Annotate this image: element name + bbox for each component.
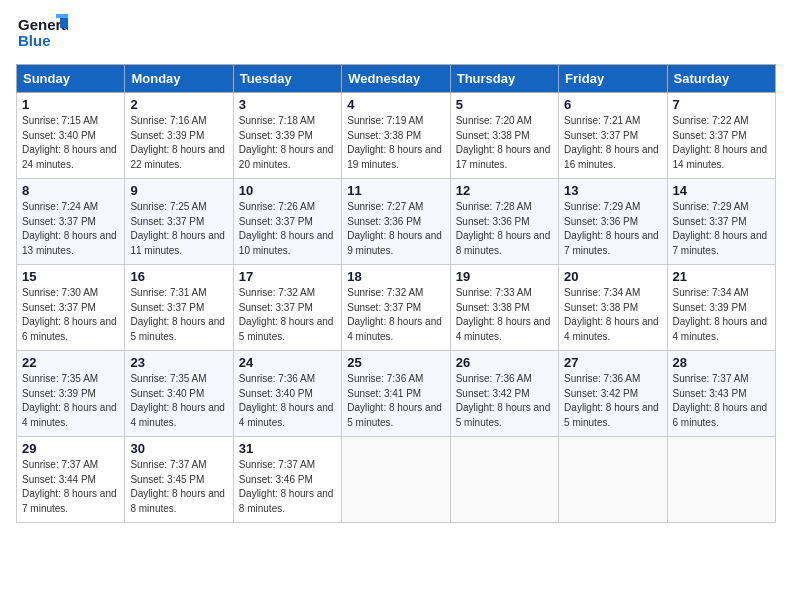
weekday-header-monday: Monday: [125, 65, 233, 93]
calendar-cell: 9Sunrise: 7:25 AMSunset: 3:37 PMDaylight…: [125, 179, 233, 265]
day-info: Sunrise: 7:36 AMSunset: 3:40 PMDaylight:…: [239, 372, 336, 430]
day-info: Sunrise: 7:15 AMSunset: 3:40 PMDaylight:…: [22, 114, 119, 172]
day-number: 28: [673, 355, 770, 370]
calendar-cell: [342, 437, 450, 523]
calendar-cell: 17Sunrise: 7:32 AMSunset: 3:37 PMDayligh…: [233, 265, 341, 351]
calendar-cell: 19Sunrise: 7:33 AMSunset: 3:38 PMDayligh…: [450, 265, 558, 351]
calendar-cell: 14Sunrise: 7:29 AMSunset: 3:37 PMDayligh…: [667, 179, 775, 265]
header: General Blue: [16, 10, 776, 56]
day-info: Sunrise: 7:36 AMSunset: 3:42 PMDaylight:…: [456, 372, 553, 430]
day-number: 3: [239, 97, 336, 112]
day-number: 17: [239, 269, 336, 284]
calendar-table: SundayMondayTuesdayWednesdayThursdayFrid…: [16, 64, 776, 523]
day-info: Sunrise: 7:28 AMSunset: 3:36 PMDaylight:…: [456, 200, 553, 258]
day-info: Sunrise: 7:19 AMSunset: 3:38 PMDaylight:…: [347, 114, 444, 172]
weekday-header-thursday: Thursday: [450, 65, 558, 93]
calendar-cell: 26Sunrise: 7:36 AMSunset: 3:42 PMDayligh…: [450, 351, 558, 437]
day-number: 27: [564, 355, 661, 370]
day-number: 22: [22, 355, 119, 370]
calendar-cell: 28Sunrise: 7:37 AMSunset: 3:43 PMDayligh…: [667, 351, 775, 437]
svg-text:Blue: Blue: [18, 32, 51, 49]
week-row-1: 1Sunrise: 7:15 AMSunset: 3:40 PMDaylight…: [17, 93, 776, 179]
calendar-cell: 2Sunrise: 7:16 AMSunset: 3:39 PMDaylight…: [125, 93, 233, 179]
svg-marker-2: [60, 18, 68, 28]
calendar-cell: 6Sunrise: 7:21 AMSunset: 3:37 PMDaylight…: [559, 93, 667, 179]
day-number: 31: [239, 441, 336, 456]
day-info: Sunrise: 7:35 AMSunset: 3:40 PMDaylight:…: [130, 372, 227, 430]
day-info: Sunrise: 7:29 AMSunset: 3:37 PMDaylight:…: [673, 200, 770, 258]
calendar-cell: 22Sunrise: 7:35 AMSunset: 3:39 PMDayligh…: [17, 351, 125, 437]
day-info: Sunrise: 7:37 AMSunset: 3:43 PMDaylight:…: [673, 372, 770, 430]
day-number: 20: [564, 269, 661, 284]
day-number: 8: [22, 183, 119, 198]
day-number: 10: [239, 183, 336, 198]
calendar-cell: 31Sunrise: 7:37 AMSunset: 3:46 PMDayligh…: [233, 437, 341, 523]
day-number: 7: [673, 97, 770, 112]
calendar-cell: 4Sunrise: 7:19 AMSunset: 3:38 PMDaylight…: [342, 93, 450, 179]
svg-marker-3: [56, 14, 68, 18]
week-row-4: 22Sunrise: 7:35 AMSunset: 3:39 PMDayligh…: [17, 351, 776, 437]
day-info: Sunrise: 7:31 AMSunset: 3:37 PMDaylight:…: [130, 286, 227, 344]
calendar-cell: 3Sunrise: 7:18 AMSunset: 3:39 PMDaylight…: [233, 93, 341, 179]
day-info: Sunrise: 7:24 AMSunset: 3:37 PMDaylight:…: [22, 200, 119, 258]
day-number: 9: [130, 183, 227, 198]
day-info: Sunrise: 7:36 AMSunset: 3:42 PMDaylight:…: [564, 372, 661, 430]
logo-svg: General Blue: [16, 10, 68, 52]
calendar-cell: 11Sunrise: 7:27 AMSunset: 3:36 PMDayligh…: [342, 179, 450, 265]
calendar-cell: 20Sunrise: 7:34 AMSunset: 3:38 PMDayligh…: [559, 265, 667, 351]
day-info: Sunrise: 7:25 AMSunset: 3:37 PMDaylight:…: [130, 200, 227, 258]
day-number: 19: [456, 269, 553, 284]
day-number: 26: [456, 355, 553, 370]
day-number: 18: [347, 269, 444, 284]
weekday-header-saturday: Saturday: [667, 65, 775, 93]
calendar-cell: 15Sunrise: 7:30 AMSunset: 3:37 PMDayligh…: [17, 265, 125, 351]
day-number: 15: [22, 269, 119, 284]
logo: General Blue: [16, 10, 68, 56]
day-number: 5: [456, 97, 553, 112]
weekday-header-wednesday: Wednesday: [342, 65, 450, 93]
day-number: 4: [347, 97, 444, 112]
day-info: Sunrise: 7:37 AMSunset: 3:46 PMDaylight:…: [239, 458, 336, 516]
day-info: Sunrise: 7:36 AMSunset: 3:41 PMDaylight:…: [347, 372, 444, 430]
calendar-cell: 21Sunrise: 7:34 AMSunset: 3:39 PMDayligh…: [667, 265, 775, 351]
calendar-cell: 25Sunrise: 7:36 AMSunset: 3:41 PMDayligh…: [342, 351, 450, 437]
day-number: 11: [347, 183, 444, 198]
calendar-cell: 18Sunrise: 7:32 AMSunset: 3:37 PMDayligh…: [342, 265, 450, 351]
day-info: Sunrise: 7:37 AMSunset: 3:44 PMDaylight:…: [22, 458, 119, 516]
day-info: Sunrise: 7:18 AMSunset: 3:39 PMDaylight:…: [239, 114, 336, 172]
calendar-cell: 16Sunrise: 7:31 AMSunset: 3:37 PMDayligh…: [125, 265, 233, 351]
day-number: 29: [22, 441, 119, 456]
calendar-cell: [667, 437, 775, 523]
day-number: 6: [564, 97, 661, 112]
calendar-cell: 12Sunrise: 7:28 AMSunset: 3:36 PMDayligh…: [450, 179, 558, 265]
day-info: Sunrise: 7:34 AMSunset: 3:39 PMDaylight:…: [673, 286, 770, 344]
calendar-cell: 10Sunrise: 7:26 AMSunset: 3:37 PMDayligh…: [233, 179, 341, 265]
day-info: Sunrise: 7:22 AMSunset: 3:37 PMDaylight:…: [673, 114, 770, 172]
day-info: Sunrise: 7:27 AMSunset: 3:36 PMDaylight:…: [347, 200, 444, 258]
calendar-cell: [450, 437, 558, 523]
day-info: Sunrise: 7:16 AMSunset: 3:39 PMDaylight:…: [130, 114, 227, 172]
day-info: Sunrise: 7:29 AMSunset: 3:36 PMDaylight:…: [564, 200, 661, 258]
day-number: 30: [130, 441, 227, 456]
day-number: 2: [130, 97, 227, 112]
calendar-cell: 13Sunrise: 7:29 AMSunset: 3:36 PMDayligh…: [559, 179, 667, 265]
day-info: Sunrise: 7:32 AMSunset: 3:37 PMDaylight:…: [347, 286, 444, 344]
day-info: Sunrise: 7:21 AMSunset: 3:37 PMDaylight:…: [564, 114, 661, 172]
page: General Blue SundayMondayTuesdayWednesda…: [0, 0, 792, 533]
day-info: Sunrise: 7:37 AMSunset: 3:45 PMDaylight:…: [130, 458, 227, 516]
day-info: Sunrise: 7:30 AMSunset: 3:37 PMDaylight:…: [22, 286, 119, 344]
day-number: 12: [456, 183, 553, 198]
weekday-header-friday: Friday: [559, 65, 667, 93]
day-number: 24: [239, 355, 336, 370]
day-info: Sunrise: 7:33 AMSunset: 3:38 PMDaylight:…: [456, 286, 553, 344]
calendar-cell: 1Sunrise: 7:15 AMSunset: 3:40 PMDaylight…: [17, 93, 125, 179]
day-info: Sunrise: 7:35 AMSunset: 3:39 PMDaylight:…: [22, 372, 119, 430]
calendar-cell: 8Sunrise: 7:24 AMSunset: 3:37 PMDaylight…: [17, 179, 125, 265]
calendar-cell: 29Sunrise: 7:37 AMSunset: 3:44 PMDayligh…: [17, 437, 125, 523]
calendar-cell: 7Sunrise: 7:22 AMSunset: 3:37 PMDaylight…: [667, 93, 775, 179]
calendar-cell: 30Sunrise: 7:37 AMSunset: 3:45 PMDayligh…: [125, 437, 233, 523]
weekday-header-tuesday: Tuesday: [233, 65, 341, 93]
day-info: Sunrise: 7:34 AMSunset: 3:38 PMDaylight:…: [564, 286, 661, 344]
calendar-cell: 24Sunrise: 7:36 AMSunset: 3:40 PMDayligh…: [233, 351, 341, 437]
day-info: Sunrise: 7:20 AMSunset: 3:38 PMDaylight:…: [456, 114, 553, 172]
